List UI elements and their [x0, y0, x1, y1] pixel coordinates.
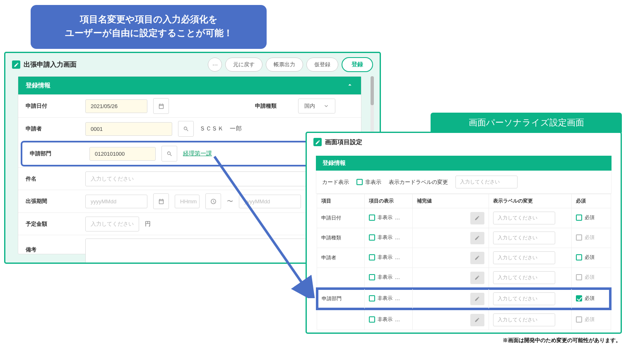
label-change-input[interactable]: 入力してください — [493, 271, 555, 284]
pencil-icon — [474, 235, 480, 241]
more-dots-icon[interactable]: ⋯ — [392, 318, 400, 324]
report-output-button[interactable]: 帳票出力 — [266, 58, 303, 72]
cell-required: 必須 — [571, 228, 611, 248]
hidden-checkbox[interactable]: 非表示 — [369, 316, 392, 323]
required-checkbox[interactable]: 必須 — [576, 274, 595, 281]
edit-complement-button[interactable] — [470, 272, 484, 284]
feature-callout: 項目名変更や項目の入力必須化を ユーザーが自由に設定することが可能！ — [31, 5, 267, 49]
card-hidden-checkbox[interactable]: 非表示 — [356, 178, 381, 186]
col-complement: 補完値 — [412, 194, 489, 208]
apply-dept-name[interactable]: 経理第一課 — [183, 150, 212, 157]
input-apply-date[interactable]: 2021/05/26 — [85, 99, 147, 113]
hidden-checkbox[interactable]: 非表示 — [369, 295, 392, 302]
cell-label-change: 入力してください — [489, 228, 571, 248]
label-change-input[interactable]: 入力してください — [493, 292, 555, 305]
label-change-input[interactable]: 入力してください — [493, 251, 555, 264]
cell-complement — [412, 208, 489, 228]
panel-left-actions: ⋯ 元に戻す 帳票出力 仮登録 登録 — [208, 57, 373, 72]
label-change-input[interactable]: 入力してください — [493, 231, 555, 244]
card-label-input[interactable]: 入力してください — [455, 176, 518, 188]
hidden-checkbox[interactable]: 非表示 — [369, 214, 392, 221]
more-dots-icon[interactable]: ⋯ — [392, 297, 400, 303]
checkbox-icon — [369, 215, 375, 221]
more-dots-icon[interactable]: ⋯ — [392, 236, 400, 242]
hidden-label: 非表示 — [378, 295, 392, 302]
edit-complement-button[interactable] — [470, 232, 484, 244]
draft-register-button[interactable]: 仮登録 — [306, 58, 338, 72]
hidden-checkbox[interactable]: 非表示 — [369, 234, 392, 241]
col-item: 項目 — [317, 194, 365, 208]
select-apply-type[interactable]: 国内 — [298, 99, 335, 113]
required-checkbox[interactable]: 必須 — [576, 214, 595, 221]
pr-card-title: 登録情報 — [316, 156, 612, 171]
register-button[interactable]: 登録 — [342, 57, 373, 72]
panel-right-body: 登録情報 カード表示 非表示 表示カードラベルの変更 入力してください 項目 項… — [307, 152, 621, 334]
table-row: 申請種類 非表示 ⋯ 入力してください 必須 — [317, 228, 611, 248]
more-dots-icon[interactable]: ⋯ — [392, 216, 400, 222]
edit-complement-button[interactable] — [470, 293, 484, 305]
more-dots-icon[interactable]: ⋯ — [392, 276, 400, 282]
pencil-icon — [474, 275, 480, 280]
search-dept-button[interactable] — [161, 146, 177, 162]
hidden-label: 非表示 — [378, 316, 392, 323]
table-row: 申請日付 非表示 ⋯ 入力してください 必須 — [317, 208, 611, 228]
input-period-start-time[interactable]: HHmm — [175, 195, 200, 208]
hidden-checkbox[interactable]: 非表示 — [369, 274, 392, 281]
callout-line1: 項目名変更や項目の入力必須化を — [43, 12, 254, 26]
table-row: 非表示 ⋯ 入力してください 必須 — [317, 268, 611, 289]
undo-button[interactable]: 元に戻す — [225, 58, 262, 72]
hidden-label: 非表示 — [378, 214, 392, 221]
required-checkbox[interactable]: 必須 — [576, 254, 595, 261]
edit-complement-button[interactable] — [470, 314, 484, 326]
cell-complement — [412, 309, 489, 330]
cell-item-name: 申請種類 — [317, 228, 365, 248]
input-apply-dept-code[interactable]: 0120101000 — [89, 147, 156, 161]
more-dots-icon[interactable]: ⋯ — [392, 256, 400, 262]
row-apply-date: 申請日付 2021/05/26 申請種類 国内 — [18, 94, 361, 117]
input-applicant-code[interactable]: 0001 — [85, 122, 172, 136]
label-apply-date: 申請日付 — [26, 102, 79, 110]
more-button[interactable]: ⋯ — [208, 58, 222, 72]
edit-complement-button[interactable] — [470, 252, 484, 264]
table-row: 非表示 ⋯ 入力してください 必須 — [317, 309, 611, 330]
pencil-icon — [474, 296, 480, 301]
label-change-input[interactable]: 入力してください — [493, 212, 555, 224]
required-checkbox[interactable]: 必須 — [576, 234, 595, 241]
required-label: 必須 — [585, 295, 595, 302]
clock-start-button[interactable] — [205, 193, 221, 209]
cell-complement — [412, 248, 489, 268]
calendar-start-button[interactable] — [153, 193, 169, 209]
cell-required: 必須 — [571, 208, 611, 228]
input-period-end-date[interactable]: yyyyMMdd — [239, 195, 301, 208]
card-title: 登録情報 — [26, 82, 51, 89]
hidden-checkbox[interactable]: 非表示 — [369, 254, 392, 261]
checkbox-icon — [576, 274, 582, 280]
cell-label-change: 入力してください — [489, 288, 571, 309]
checkbox-icon — [576, 215, 582, 221]
col-label-change: 表示ラベルの変更 — [489, 194, 571, 208]
checkbox-icon — [576, 254, 582, 260]
required-checkbox[interactable]: 必須 — [576, 316, 595, 323]
card-hidden-label: 非表示 — [365, 178, 381, 186]
required-checkbox[interactable]: 必須 — [576, 295, 595, 302]
input-amount[interactable]: 入力してください — [85, 217, 139, 231]
pr-card-display-row: カード表示 非表示 表示カードラベルの変更 入力してください — [316, 171, 612, 194]
checkbox-icon — [576, 234, 582, 241]
cell-item-display: 非表示 ⋯ — [365, 248, 413, 268]
change-card-label-text: 表示カードラベルの変更 — [389, 178, 448, 186]
search-applicant-button[interactable] — [178, 121, 194, 137]
cell-item-display: 非表示 ⋯ — [365, 228, 413, 248]
calendar-icon — [158, 198, 164, 205]
required-label: 必須 — [585, 274, 595, 281]
edit-complement-button[interactable] — [470, 212, 484, 224]
panel-screen-item-settings: 画面項目設定 登録情報 カード表示 非表示 表示カードラベルの変更 入力してくだ… — [306, 132, 622, 334]
card-header[interactable]: 登録情報 — [18, 77, 361, 94]
cell-item-display: 非表示 ⋯ — [365, 309, 413, 330]
cell-item-name: 申請部門 — [317, 288, 365, 309]
calendar-button[interactable] — [153, 98, 169, 114]
label-change-input[interactable]: 入力してください — [493, 313, 555, 326]
table-row: 申請部門 非表示 ⋯ 入力してください 必須 — [317, 288, 611, 309]
input-period-start-date[interactable]: yyyyMMdd — [85, 195, 147, 208]
cell-complement — [412, 288, 489, 309]
label-remarks: 備考 — [26, 239, 79, 253]
